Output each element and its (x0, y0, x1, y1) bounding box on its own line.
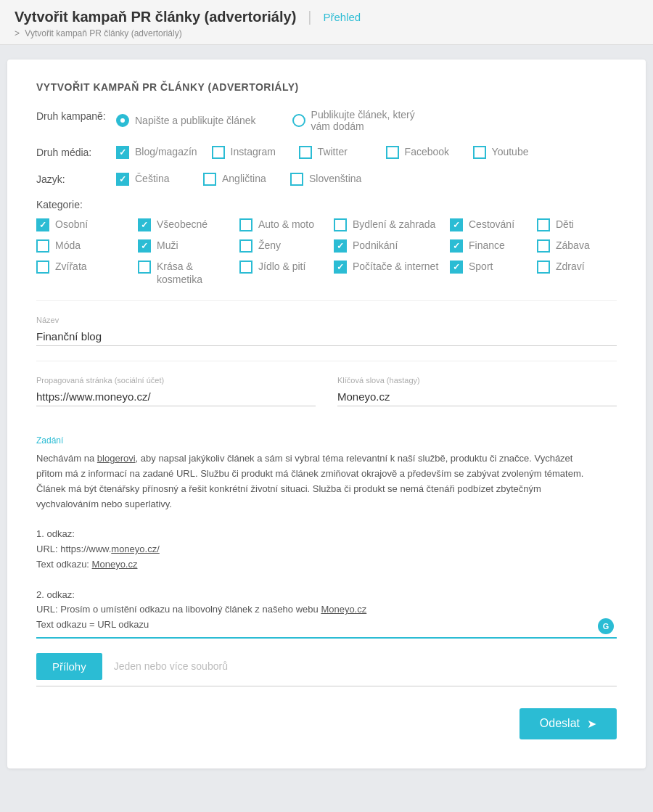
checkbox-zeny[interactable]: Ženy (239, 239, 334, 253)
jazyk-controls: Čeština Angličtina Slovenština (116, 172, 363, 186)
checkbox-anglictina[interactable]: Angličtina (203, 172, 276, 186)
checkbox-jidlo-box (239, 261, 252, 274)
divider-2 (36, 361, 617, 361)
checkbox-zabava-box (537, 239, 550, 253)
zadani-text[interactable]: Nechávám na blogerovi, aby napsal jakýko… (36, 451, 617, 633)
jazyk-label: Jazyk: (36, 172, 116, 185)
propagovana-label: Propagovaná stránka (sociální účet) (36, 376, 316, 385)
checkbox-cestovani-box (450, 218, 463, 231)
jazyk-row: Jazyk: Čeština Angličtina Slovenština (36, 172, 617, 186)
nazev-field-group: Název (36, 316, 617, 346)
checkbox-osobni-box (36, 218, 49, 231)
checkbox-blog-label: Blog/magazín (135, 145, 197, 158)
checkbox-moda-box (36, 239, 49, 253)
radio-publikujte-label: Publikujte článek, který vám dodám (311, 109, 427, 132)
two-col-row: Propagovaná stránka (sociální účet) Klíč… (36, 376, 617, 421)
checkbox-blog[interactable]: Blog/magazín (116, 145, 197, 159)
checkbox-instagram[interactable]: Instagram (212, 145, 284, 159)
propagovana-field-group: Propagovaná stránka (sociální účet) (36, 376, 316, 406)
checkbox-bydleni-box (334, 218, 347, 231)
radio-publikujte-circle (292, 114, 305, 127)
checkbox-anglictina-label: Angličtina (222, 172, 266, 185)
breadcrumb-arrow: > (15, 28, 20, 38)
prilohy-placeholder: Jeden nebo více souborů (102, 660, 228, 672)
checkbox-cestina[interactable]: Čeština (116, 172, 189, 186)
radio-napiste[interactable]: Napište a publikujte článek (116, 114, 256, 127)
checkbox-vseobecne-box (138, 218, 151, 231)
checkbox-moda[interactable]: Móda (36, 239, 138, 253)
checkbox-cestina-box (116, 173, 129, 186)
checkbox-pocitace[interactable]: Počítače & internet (334, 260, 450, 274)
radio-napiste-label: Napište a publikujte článek (135, 115, 256, 126)
druh-kampane-row: Druh kampaně: Napište a publikujte článe… (36, 109, 617, 132)
checkbox-youtube-label: Youtube (492, 145, 529, 158)
footer-row: Odeslat ➤ (36, 708, 617, 739)
prilohy-button[interactable]: Přílohy (36, 653, 102, 680)
checkbox-zvirata-box (36, 261, 49, 274)
checkbox-finance[interactable]: Finance (450, 239, 537, 253)
checkbox-cestina-label: Čeština (135, 172, 169, 185)
checkbox-podnikani-box (334, 239, 347, 253)
checkbox-slovenstina[interactable]: Slovenština (290, 172, 363, 186)
checkbox-muzi-box (138, 239, 151, 253)
checkbox-auto[interactable]: Auto & moto (239, 218, 334, 231)
checkbox-jidlo[interactable]: Jídlo & pití (239, 260, 334, 274)
zadani-label: Zadání (36, 435, 617, 446)
propagovana-input[interactable] (36, 387, 316, 406)
checkbox-sport[interactable]: Sport (450, 260, 537, 274)
overview-link[interactable]: Přehled (324, 11, 361, 23)
checkbox-zvirata[interactable]: Zvířata (36, 260, 138, 274)
checkbox-zdravi-box (537, 261, 550, 274)
checkbox-finance-box (450, 239, 463, 253)
checkbox-zeny-box (239, 239, 252, 253)
form-section-title: VYTVOŘIT KAMPAŇ PR ČLÁNKY (ADVERTORIÁLY) (36, 81, 617, 93)
checkbox-deti-box (537, 218, 550, 231)
checkbox-twitter-box (299, 146, 312, 159)
checkbox-zdravi[interactable]: Zdraví (537, 260, 609, 274)
checkbox-youtube-box (473, 146, 486, 159)
checkbox-instagram-box (212, 146, 225, 159)
zadani-border: Nechávám na blogerovi, aby napsal jakýko… (36, 451, 617, 639)
checkbox-youtube[interactable]: Youtube (473, 145, 546, 159)
page-title: Vytvořit kampaň PR články (advertoriály) (15, 9, 296, 25)
druh-kampane-label: Druh kampaně: (36, 109, 116, 122)
grammarly-icon: G (598, 618, 614, 634)
checkbox-podnikani[interactable]: Podnikání (334, 239, 450, 253)
kategorie-section: Kategorie: Osobní Všeobecné Auto & moto … (36, 199, 617, 286)
checkbox-facebook-label: Facebook (405, 145, 449, 158)
odeslat-button[interactable]: Odeslat ➤ (519, 708, 617, 739)
klicova-input[interactable] (337, 387, 617, 406)
klicova-field-group: Klíčová slova (hastagy) (337, 376, 617, 406)
checkbox-slovenstina-label: Slovenština (309, 172, 361, 185)
checkbox-krasa[interactable]: Krása & kosmetika (138, 260, 239, 286)
breadcrumb: > Vytvořit kampaň PR články (advertoriál… (15, 28, 638, 38)
nazev-input[interactable] (36, 327, 617, 346)
checkbox-sport-box (450, 261, 463, 274)
druh-media-label: Druh média: (36, 145, 116, 158)
checkbox-krasa-box (138, 261, 151, 274)
radio-publikujte[interactable]: Publikujte článek, který vám dodám (292, 109, 427, 132)
header-divider: | (308, 9, 311, 25)
checkbox-deti[interactable]: Děti (537, 218, 609, 231)
druh-media-row: Druh média: Blog/magazín Instagram Twitt… (36, 145, 617, 159)
checkbox-cestovani[interactable]: Cestování (450, 218, 537, 231)
checkbox-osobni[interactable]: Osobní (36, 218, 138, 231)
checkbox-auto-box (239, 218, 252, 231)
nazev-label: Název (36, 316, 617, 324)
checkbox-anglictina-box (203, 173, 216, 186)
checkbox-twitter[interactable]: Twitter (299, 145, 371, 159)
checkbox-facebook[interactable]: Facebook (386, 145, 459, 159)
checkbox-pocitace-box (334, 261, 347, 274)
checkbox-bydleni[interactable]: Bydlení & zahrada (334, 218, 450, 231)
checkbox-vseobecne[interactable]: Všeobecné (138, 218, 239, 231)
checkbox-muzi[interactable]: Muži (138, 239, 239, 253)
kategorie-label: Kategorie: (36, 199, 617, 210)
druh-media-controls: Blog/magazín Instagram Twitter Facebook … (116, 145, 546, 159)
checkbox-facebook-box (386, 146, 399, 159)
page-header: Vytvořit kampaň PR články (advertoriály)… (0, 0, 653, 45)
checkbox-blog-box (116, 146, 129, 159)
radio-napiste-circle (116, 114, 129, 127)
checkbox-instagram-label: Instagram (231, 145, 276, 158)
arrow-icon: ➤ (587, 717, 596, 731)
checkbox-zabava[interactable]: Zábava (537, 239, 609, 253)
